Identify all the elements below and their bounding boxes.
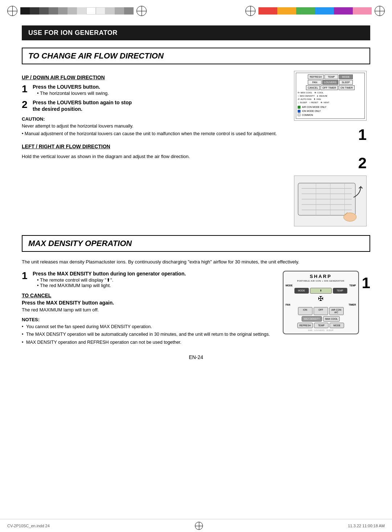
sharp-mid-row-1: ION OFF AIR CONA/C [286, 307, 356, 315]
sharp-ion-area: ✠ [286, 295, 356, 303]
step-1-max-density: 1 Press the MAX DENSITY button during Io… [22, 271, 275, 288]
remote-btn-off-timer: OFF TIMER [320, 85, 338, 90]
swatch-2 [30, 7, 39, 15]
swatch-6 [68, 7, 77, 15]
sharp-brand: SHARP [286, 274, 356, 279]
sharp-bottom-labels: FAN LOUVERS SLEEP [286, 329, 356, 331]
legend-green: AIR CON MODE ONLY [298, 105, 363, 109]
max-density-desc: The unit releases max density Plasmaclus… [22, 258, 370, 266]
swatch-r10 [343, 7, 353, 15]
louver-svg [294, 176, 366, 226]
swatch-7 [77, 7, 86, 15]
sharp-btn-temp: TEMP [333, 288, 347, 294]
footer-reg-mark [195, 522, 203, 530]
swatch-r3 [277, 7, 287, 15]
note-2: The MAX DENSITY operation will be automa… [22, 331, 275, 338]
step-1-up-down: 1 Press the LOUVERS button. The horizont… [22, 84, 283, 96]
swatch-9 [96, 7, 105, 15]
sharp-btn-max-cool: MAX COOL [323, 316, 340, 322]
remote-btn-sleep: SLEEP [339, 80, 353, 85]
left-right-text: Hold the vertical louver as shown in the… [22, 153, 283, 160]
remote-inner: REFRESH TEMP MODE FAN LOUVERS SLEEP CANC… [296, 73, 365, 119]
right-step-1: 1 [358, 126, 367, 144]
swatch-r5 [296, 7, 306, 15]
remote-row-2: FAN LOUVERS SLEEP [298, 80, 363, 85]
remote-btn-refresh: REFRESH [308, 74, 323, 79]
swatch-10 [105, 7, 115, 15]
reg-marks-right [245, 6, 385, 16]
sharp-mode-label: MODE [286, 284, 293, 287]
sharp-top-btns: MODE ⬆ TEMP [286, 288, 356, 294]
page-num-text: EN-24 [189, 354, 203, 360]
note-1: You cannot set the fan speed during MAX … [22, 324, 275, 330]
legend-item-1: ⟳: MAX COOL [298, 91, 312, 94]
reg-mark-right-end [375, 6, 385, 16]
footer-right: 11.3.22 11:00:18 AM [348, 524, 385, 528]
page-number: EN-24 [22, 354, 370, 360]
swatch-4 [49, 7, 58, 15]
swatch-r12 [362, 7, 372, 15]
legend-item-5: ↺: AUTO FAN [298, 98, 311, 101]
sharp-btn-mode: MODE [294, 288, 309, 294]
main-content: USE FOR ION GENERATOR TO CHANGE AIR FLOW… [0, 22, 392, 382]
sharp-btn-refresh: REFRESH [297, 323, 313, 328]
swatch-5 [58, 7, 68, 15]
swatch-r9 [334, 7, 343, 15]
step-2-content: Press the LOUVERS button again to stop t… [33, 100, 283, 113]
legend-item-6: ⬆: FAN [314, 98, 321, 101]
sharp-btn-aircon: AIR CONA/C [329, 307, 344, 315]
legend-item-8: ○ RESET [309, 101, 318, 104]
step-2-up-down: 2 Press the LOUVERS button again to stop… [22, 100, 283, 113]
air-flow-title-box: TO CHANGE AIR FLOW DIRECTION [22, 48, 370, 64]
cancel-bold: Press the MAX DENSITY button again. [22, 300, 275, 306]
legend-item-9: ❄: VENT [320, 101, 329, 104]
blue-dot [298, 110, 301, 113]
legend-item-4: ♦: DEHUM [317, 94, 327, 98]
step-2-bold: Press the LOUVERS button again to stop [33, 100, 283, 105]
legend-white: COMMON [298, 113, 363, 117]
swatch-r2 [268, 7, 277, 15]
step-1-bold: Press the LOUVERS button. [33, 84, 283, 90]
reg-mark-center [136, 6, 147, 16]
reg-mark-left [7, 6, 17, 16]
legend-item-2: ❄: COOL [314, 91, 323, 94]
air-flow-right: REFRESH TEMP MODE FAN LOUVERS SLEEP CANC… [290, 71, 370, 226]
step-1-content: Press the LOUVERS button. The horizontal… [33, 84, 283, 96]
swatch-8 [86, 7, 96, 15]
legend-item-3: ↑: MAX DENSITY [298, 94, 315, 98]
legend-green-label: AIR CON MODE ONLY [302, 105, 326, 109]
sharp-timer-label: TIMER [348, 303, 356, 306]
swatch-3 [39, 7, 49, 15]
cancel-bullet: The red MAXIMUM lamp will turn off. [22, 307, 275, 313]
sharp-btn-off: OFF [314, 307, 328, 315]
step-md-1-content: Press the MAX DENSITY button during Ion … [33, 271, 275, 288]
caution-label: CAUTION: [22, 116, 283, 122]
max-density-title-box: MAX DENSITY OPERATION [22, 235, 370, 252]
caution-line2: • Manual adjustment of the horizontal lo… [22, 131, 283, 137]
right-step-2: 2 [358, 154, 367, 172]
footer-left: CV-2P10SC_en.indd 24 [7, 524, 50, 528]
swatch-r11 [353, 7, 362, 15]
color-bar-left [20, 7, 134, 15]
sharp-btn-mode2: MODE [330, 323, 344, 328]
color-bar-right [258, 7, 372, 15]
remote-row-1: REFRESH TEMP MODE [298, 74, 363, 79]
max-density-section: 1 Press the MAX DENSITY button during Io… [22, 271, 370, 347]
legend-item-7: ↓: SLEEP [298, 101, 307, 104]
step-numbers-right: 1 2 [290, 126, 370, 172]
step-1-bullet: The horizontal louvers will swing. [33, 90, 283, 96]
max-density-left: 1 Press the MAX DENSITY button during Io… [22, 271, 275, 347]
step-num-2: 2 [22, 100, 29, 110]
air-flow-title: TO CHANGE AIR FLOW DIRECTION [28, 51, 364, 61]
swatch-r4 [287, 7, 296, 15]
sharp-display: ⬆ [310, 288, 332, 294]
legend-blue-label: ION MODE ONLY [302, 109, 321, 113]
remote-btn-temp: TEMP [324, 74, 338, 79]
notes-label: NOTES: [22, 317, 275, 322]
remote-row-3: CANCEL OFF TIMER ON TIMER [298, 85, 363, 90]
remote-btn-on-timer: ON TIMER [339, 85, 355, 90]
legend-blue: ION MODE ONLY [298, 109, 363, 113]
white-dot [298, 113, 301, 116]
step-md-1-bold: Press the MAX DENSITY button during Ion … [33, 271, 275, 277]
green-dot [298, 106, 301, 109]
